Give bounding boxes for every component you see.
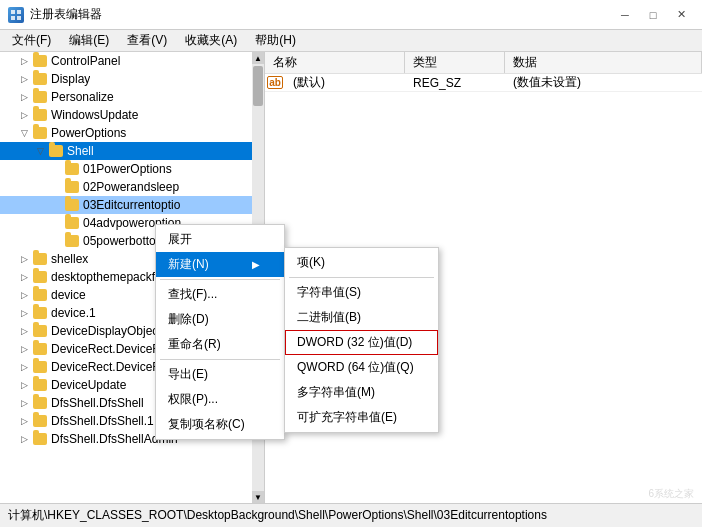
tree-item[interactable]: 01PowerOptions — [0, 160, 264, 178]
tree-item-label: device.1 — [51, 306, 96, 320]
ctx-delete[interactable]: 删除(D) — [156, 307, 284, 332]
tree-toggle-icon[interactable]: ▷ — [16, 398, 32, 408]
tree-toggle-icon[interactable]: ▷ — [16, 272, 32, 282]
tree-toggle-icon[interactable]: ▷ — [16, 74, 32, 84]
submenu-expandstring[interactable]: 可扩充字符串值(E) — [285, 405, 438, 430]
tree-toggle-icon[interactable]: ▷ — [16, 110, 32, 120]
tree-toggle-icon[interactable]: ▷ — [16, 380, 32, 390]
tree-toggle-icon[interactable]: ▷ — [16, 56, 32, 66]
submenu-binary[interactable]: 二进制值(B) — [285, 305, 438, 330]
submenu-string[interactable]: 字符串值(S) — [285, 280, 438, 305]
title-bar-left: 注册表编辑器 — [8, 6, 102, 23]
col-header-type: 类型 — [405, 52, 505, 73]
svg-rect-3 — [17, 16, 21, 20]
folder-icon — [32, 396, 48, 410]
tree-item-label: Display — [51, 72, 90, 86]
ctx-new[interactable]: 新建(N) ▶ — [156, 252, 284, 277]
value-name: (默认) — [285, 74, 405, 91]
right-pane-header: 名称 类型 数据 — [265, 52, 702, 74]
tree-item[interactable]: ▽Shell — [0, 142, 264, 160]
ctx-find[interactable]: 查找(F)... — [156, 282, 284, 307]
menu-help[interactable]: 帮助(H) — [247, 30, 304, 51]
registry-row[interactable]: ab (默认) REG_SZ (数值未设置) — [265, 74, 702, 92]
tree-toggle-icon[interactable]: ▽ — [32, 146, 48, 156]
menu-favorites[interactable]: 收藏夹(A) — [177, 30, 245, 51]
tree-item-label: DeviceDisplayObject — [51, 324, 162, 338]
folder-icon — [32, 90, 48, 104]
tree-item-label: DeviceUpdate — [51, 378, 126, 392]
folder-icon — [64, 198, 80, 212]
folder-icon — [32, 252, 48, 266]
svg-rect-2 — [11, 16, 15, 20]
tree-toggle-icon[interactable]: ▷ — [16, 362, 32, 372]
folder-icon — [32, 126, 48, 140]
tree-item[interactable]: ▷WindowsUpdate — [0, 106, 264, 124]
folder-icon — [32, 270, 48, 284]
window-controls: ─ □ ✕ — [612, 5, 694, 25]
menu-bar: 文件(F) 编辑(E) 查看(V) 收藏夹(A) 帮助(H) — [0, 30, 702, 52]
tree-toggle-icon[interactable]: ▷ — [16, 344, 32, 354]
tree-toggle-icon[interactable]: ▷ — [16, 254, 32, 264]
submenu-dword[interactable]: DWORD (32 位)值(D) — [285, 330, 438, 355]
status-text: 计算机\HKEY_CLASSES_ROOT\DesktopBackground\… — [8, 507, 547, 524]
menu-edit[interactable]: 编辑(E) — [61, 30, 117, 51]
submenu-multistring[interactable]: 多字符串值(M) — [285, 380, 438, 405]
tree-toggle-icon[interactable]: ▷ — [16, 92, 32, 102]
ctx-export[interactable]: 导出(E) — [156, 362, 284, 387]
folder-icon — [32, 360, 48, 374]
ctx-permissions[interactable]: 权限(P)... — [156, 387, 284, 412]
submenu: 项(K) 字符串值(S) 二进制值(B) DWORD (32 位)值(D) QW… — [284, 247, 439, 433]
folder-icon — [64, 162, 80, 176]
main-area: ▷ControlPanel▷Display▷Personalize▷Window… — [0, 52, 702, 503]
ctx-expand[interactable]: 展开 — [156, 227, 284, 252]
submenu-key[interactable]: 项(K) — [285, 250, 438, 275]
folder-icon — [32, 342, 48, 356]
folder-icon — [32, 108, 48, 122]
tree-item[interactable]: ▷ControlPanel — [0, 52, 264, 70]
tree-item-label: device — [51, 288, 86, 302]
svg-rect-1 — [17, 10, 21, 14]
tree-toggle-icon[interactable]: ▷ — [16, 326, 32, 336]
minimize-button[interactable]: ─ — [612, 5, 638, 25]
tree-item-label: Shell — [67, 144, 94, 158]
tree-item[interactable]: ▽PowerOptions — [0, 124, 264, 142]
col-header-data: 数据 — [505, 52, 702, 73]
close-button[interactable]: ✕ — [668, 5, 694, 25]
app-icon — [8, 7, 24, 23]
scroll-down-btn[interactable]: ▼ — [252, 491, 264, 503]
scroll-thumb[interactable] — [253, 66, 263, 106]
tree-toggle-icon[interactable]: ▷ — [16, 434, 32, 444]
tree-item-label: 02Powerandsleep — [83, 180, 179, 194]
submenu-separator — [289, 277, 434, 278]
context-menu: 展开 新建(N) ▶ 查找(F)... 删除(D) 重命名(R) 导出(E) 权… — [155, 224, 285, 440]
tree-item[interactable]: 02Powerandsleep — [0, 178, 264, 196]
folder-icon — [32, 378, 48, 392]
submenu-arrow: ▶ — [252, 259, 260, 270]
tree-toggle-icon[interactable]: ▷ — [16, 416, 32, 426]
tree-item-label: PowerOptions — [51, 126, 126, 140]
tree-item[interactable]: 03Editcurrentoptio — [0, 196, 264, 214]
tree-item[interactable]: ▷Display — [0, 70, 264, 88]
tree-item-label: desktopthemepackfile — [51, 270, 167, 284]
ctx-rename[interactable]: 重命名(R) — [156, 332, 284, 357]
folder-icon — [32, 324, 48, 338]
tree-toggle-icon[interactable]: ▽ — [16, 128, 32, 138]
tree-item[interactable]: ▷Personalize — [0, 88, 264, 106]
col-header-name: 名称 — [265, 52, 405, 73]
tree-item-label: 03Editcurrentoptio — [83, 198, 180, 212]
folder-icon — [48, 144, 64, 158]
title-bar: 注册表编辑器 ─ □ ✕ — [0, 0, 702, 30]
tree-item-label: DfsShell.DfsShell — [51, 396, 144, 410]
folder-icon — [32, 432, 48, 446]
folder-icon — [32, 72, 48, 86]
menu-file[interactable]: 文件(F) — [4, 30, 59, 51]
ctx-copy-name[interactable]: 复制项名称(C) — [156, 412, 284, 437]
menu-view[interactable]: 查看(V) — [119, 30, 175, 51]
folder-icon — [64, 216, 80, 230]
tree-toggle-icon[interactable]: ▷ — [16, 308, 32, 318]
scroll-up-btn[interactable]: ▲ — [252, 52, 264, 64]
maximize-button[interactable]: □ — [640, 5, 666, 25]
tree-toggle-icon[interactable]: ▷ — [16, 290, 32, 300]
submenu-qword[interactable]: QWORD (64 位)值(Q) — [285, 355, 438, 380]
ctx-separator-1 — [160, 279, 280, 280]
